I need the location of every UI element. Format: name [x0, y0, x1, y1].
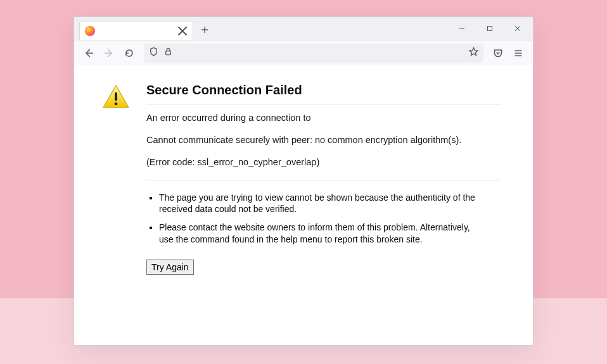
svg-rect-2: [115, 92, 117, 101]
list-item: Please contact the website owners to inf…: [159, 222, 501, 246]
app-menu-button[interactable]: [509, 44, 528, 63]
bookmark-star-icon[interactable]: [469, 47, 478, 59]
browser-tab[interactable]: [79, 21, 193, 40]
svg-rect-0: [488, 27, 492, 31]
firefox-icon: [85, 26, 95, 36]
svg-point-3: [115, 103, 118, 106]
lock-icon: [163, 47, 173, 59]
back-button[interactable]: [79, 44, 98, 63]
minimize-button[interactable]: [448, 19, 476, 38]
svg-rect-1: [166, 51, 171, 55]
save-to-pocket-button[interactable]: [489, 44, 508, 63]
error-description-text: Cannot communicate securely with peer: n…: [146, 134, 501, 146]
new-tab-button[interactable]: [196, 21, 214, 39]
try-again-button[interactable]: Try Again: [146, 260, 194, 275]
maximize-button[interactable]: [476, 19, 504, 38]
error-code-text: (Error code: ssl_error_no_cypher_overlap…: [146, 156, 501, 168]
shield-icon: [149, 47, 158, 59]
reload-button[interactable]: [120, 44, 139, 63]
url-bar[interactable]: [144, 44, 483, 63]
navigation-toolbar: [74, 40, 533, 65]
forward-button[interactable]: [99, 44, 118, 63]
list-item: The page you are trying to view cannot b…: [159, 192, 501, 216]
browser-window: Secure Connection Failed An error occurr…: [73, 16, 534, 346]
error-intro-text: An error occurred during a connection to: [146, 112, 501, 124]
close-tab-button[interactable]: [177, 26, 188, 36]
page-content: Secure Connection Failed An error occurr…: [74, 65, 533, 345]
error-title: Secure Connection Failed: [146, 83, 501, 104]
tab-strip: [74, 17, 533, 40]
window-controls: [448, 17, 533, 40]
warning-icon: [102, 84, 130, 110]
close-window-button[interactable]: [504, 19, 532, 38]
error-details-list: The page you are trying to view cannot b…: [146, 180, 501, 246]
